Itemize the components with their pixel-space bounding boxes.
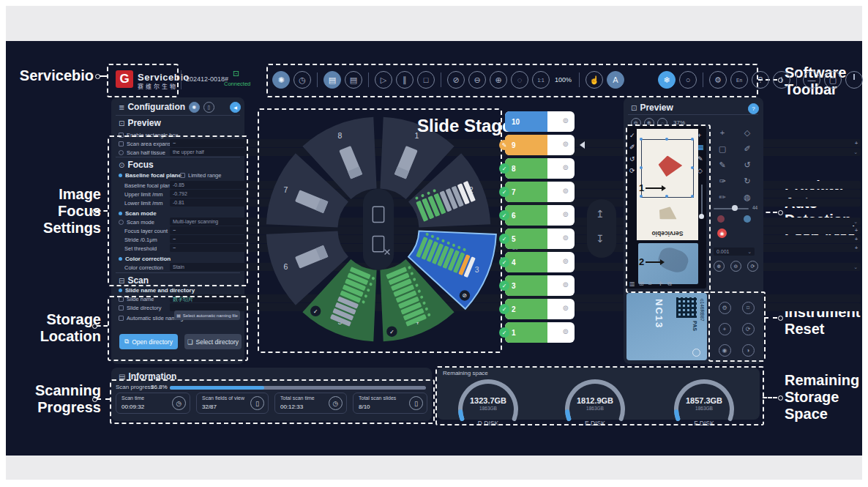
target-icon[interactable]: ⊚	[563, 210, 569, 218]
redo-icon[interactable]: ↻	[735, 173, 760, 189]
step-decrease-icon[interactable]: ⊖	[730, 261, 741, 272]
focus-reset-icon[interactable]: ⟳	[736, 319, 760, 340]
slot-row-1[interactable]: ✓1⊚	[505, 322, 575, 343]
history-icon[interactable]: ◷	[293, 71, 311, 89]
undo-icon[interactable]: ↺	[735, 157, 760, 173]
target-icon[interactable]: ⊚	[563, 327, 569, 335]
stage-center[interactable]	[363, 188, 394, 269]
slot-row-9[interactable]: ✎9⊚	[505, 135, 575, 155]
annotate-disabled-icon[interactable]: ⊘	[447, 71, 465, 89]
plus-icon[interactable]: +	[855, 141, 858, 146]
select-directory-button[interactable]: ❏Select directory	[184, 334, 242, 349]
target-icon[interactable]: ⊚	[563, 116, 569, 124]
undo-small-icon[interactable]: ↺	[629, 155, 635, 163]
save-icon[interactable]: ▤	[345, 71, 362, 89]
redo-small-icon[interactable]: ⟳	[629, 167, 635, 174]
slot-row-3[interactable]: ✓3⊚	[505, 275, 575, 296]
limited-range-row[interactable]: Limited range	[180, 171, 243, 179]
info-icon[interactable]: i	[773, 71, 790, 89]
plus-icon[interactable]: +	[855, 228, 858, 233]
config-slide-toggle[interactable]: ▯	[203, 102, 214, 113]
slot-row-6[interactable]: ✓6⊚	[505, 205, 575, 226]
step-size-select[interactable]: 0.001⌄	[714, 248, 755, 256]
select-naming-file-button[interactable]: ▤Select automatic naming file	[174, 311, 240, 320]
slot-row-8[interactable]: ✓8⊚	[505, 158, 575, 179]
lens-reset-icon[interactable]: ◉	[713, 340, 736, 361]
zoom-out-icon[interactable]: ⊖	[468, 71, 486, 89]
add-annotation-icon[interactable]: +	[710, 124, 735, 141]
scan-area-rectangle[interactable]	[641, 139, 694, 198]
collapse-panel-button[interactable]: ◀	[230, 102, 241, 113]
step-reset-icon[interactable]: ⟳	[747, 261, 758, 272]
target-icon[interactable]: ⊚	[563, 163, 569, 171]
radio[interactable]	[119, 220, 124, 225]
config-carousel-toggle[interactable]: ✺	[189, 102, 200, 113]
enable-rectangle-row[interactable]: Enable rectangle box	[119, 130, 237, 139]
opacity-slider-handle[interactable]	[732, 205, 738, 211]
exposure-slider-handle[interactable]	[699, 214, 704, 219]
slot-row-2[interactable]: ✓2⊚	[505, 299, 575, 319]
opacity-slider-track[interactable]	[714, 208, 749, 209]
language-en-icon[interactable]: En	[730, 71, 748, 89]
exposure-slider-track[interactable]	[701, 185, 703, 217]
shutter-reset-icon[interactable]: ◑	[736, 340, 760, 361]
minus-icon[interactable]: −	[173, 141, 176, 146]
zoom-in-icon[interactable]: ⊕	[490, 71, 507, 89]
minimize-icon[interactable]: —	[803, 71, 820, 89]
fit-view-icon[interactable]: ◌	[511, 71, 528, 89]
rect-select-icon[interactable]: ▢	[710, 141, 735, 157]
target-icon[interactable]: ⊚	[563, 187, 569, 195]
color-swatch-red[interactable]	[717, 215, 725, 223]
step-increase-icon[interactable]: ⊕	[714, 261, 725, 272]
save-scan-icon[interactable]: ▤	[323, 71, 341, 89]
slot-row-10[interactable]: 10⊚	[505, 111, 575, 132]
stage-home-icon[interactable]: ⌖	[713, 319, 736, 340]
confirm-icon[interactable]: ✓	[629, 132, 635, 139]
checkbox[interactable]	[119, 305, 124, 311]
camera-icon[interactable]: ⌑	[648, 280, 651, 287]
target-icon[interactable]: ⊚	[563, 257, 569, 265]
copy-view-icon[interactable]: ⧉	[667, 280, 672, 288]
settings-icon[interactable]: ⚙	[709, 71, 727, 89]
add-region-icon[interactable]: +	[697, 132, 701, 139]
brush-icon[interactable]: ✐	[735, 141, 760, 157]
power-icon[interactable]	[845, 71, 863, 89]
checkbox[interactable]	[119, 316, 124, 321]
target-icon[interactable]: ⊚	[563, 140, 569, 148]
plus-icon[interactable]: +	[855, 237, 858, 242]
radio[interactable]	[119, 150, 124, 155]
pencil-icon[interactable]: ✎	[710, 157, 735, 173]
light-reset-icon[interactable]: ⚙	[713, 297, 736, 319]
indicator-red-button[interactable]: ◉	[717, 228, 727, 238]
open-directory-button[interactable]: ⧉Open directory	[119, 334, 178, 349]
curve-icon[interactable]: ✑	[710, 173, 735, 189]
ruler-icon[interactable]: ✏	[710, 189, 735, 205]
one-to-one-icon[interactable]: 1:1	[532, 71, 550, 89]
erase-region-icon[interactable]: ◇	[697, 167, 703, 174]
target-icon[interactable]: ⊚	[563, 304, 569, 312]
camera-reset-icon[interactable]: ⌑	[736, 297, 760, 319]
color-swatch-blue[interactable]	[744, 215, 751, 223]
play-icon[interactable]: ▷	[375, 71, 392, 89]
expand-view-icon[interactable]: ⊞	[639, 280, 644, 287]
maximize-icon[interactable]: ▢	[824, 71, 842, 89]
tissue-detect-icon[interactable]: ▦	[697, 144, 704, 151]
checkbox[interactable]	[119, 297, 124, 302]
plus-icon[interactable]: +	[855, 245, 858, 250]
target-icon[interactable]: ⊚	[563, 280, 569, 289]
help-icon[interactable]: ?	[752, 71, 769, 89]
checkbox[interactable]	[119, 133, 124, 138]
grid-view-icon[interactable]: ▥	[629, 280, 635, 287]
slot-row-5[interactable]: ✓5⊚	[505, 228, 575, 249]
draw-region-icon[interactable]: ✎	[697, 155, 703, 163]
stop-icon[interactable]: □	[417, 71, 435, 89]
checkbox[interactable]	[119, 141, 124, 146]
defrost-icon[interactable]: ❄	[658, 71, 676, 89]
move-icon[interactable]: ✛	[658, 280, 663, 287]
unload-slide-icon[interactable]: ↧	[596, 233, 605, 245]
brush-small-icon[interactable]: ✐	[629, 144, 635, 151]
eraser-icon[interactable]: ◇	[735, 124, 760, 141]
target-icon[interactable]: ⊚	[563, 234, 569, 242]
minus-icon[interactable]: −	[173, 237, 176, 242]
slot-row-4[interactable]: ✓4⊚	[505, 252, 575, 272]
